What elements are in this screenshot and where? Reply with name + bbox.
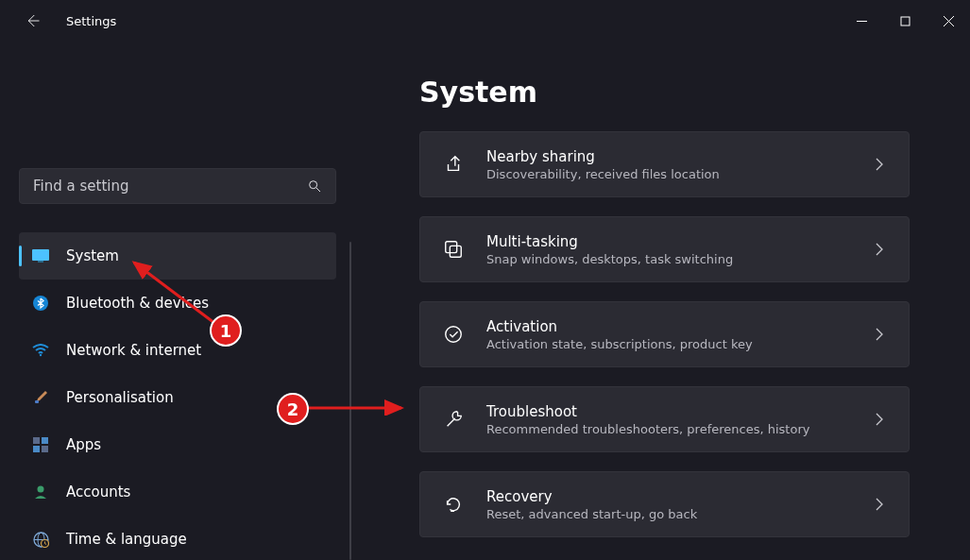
chevron-right-icon	[873, 158, 886, 171]
svg-line-6	[316, 188, 320, 192]
apps-icon	[32, 436, 49, 453]
svg-rect-8	[38, 261, 43, 263]
card-title: Recovery	[486, 488, 850, 505]
svg-point-10	[40, 354, 42, 356]
chevron-right-icon	[873, 328, 886, 341]
page-title: System	[419, 76, 910, 109]
chevron-right-icon	[873, 243, 886, 256]
card-title: Multi-tasking	[486, 233, 850, 250]
monitor-icon	[32, 247, 49, 264]
sidebar-item-apps[interactable]: Apps	[19, 421, 336, 468]
sidebar-label: Apps	[66, 436, 101, 453]
close-button[interactable]	[927, 0, 970, 42]
card-subtitle: Snap windows, desktops, task switching	[486, 252, 850, 266]
sidebar-item-time-language[interactable]: Time & language	[19, 516, 336, 560]
wrench-icon	[443, 409, 464, 430]
svg-rect-22	[450, 246, 461, 257]
card-title: Activation	[486, 318, 850, 335]
card-subtitle: Reset, advanced start-up, go back	[486, 507, 850, 521]
app-title: Settings	[66, 14, 116, 28]
svg-rect-12	[33, 437, 40, 444]
person-icon	[32, 484, 49, 501]
brush-icon	[32, 389, 49, 406]
share-icon	[443, 154, 464, 175]
card-title: Troubleshoot	[486, 403, 850, 420]
chevron-right-icon	[873, 498, 886, 511]
sidebar-item-accounts[interactable]: Accounts	[19, 468, 336, 516]
annotation-badge-2: 2	[277, 393, 309, 425]
recovery-icon	[443, 494, 464, 515]
card-subtitle: Discoverability, received files location	[486, 167, 850, 181]
svg-rect-7	[32, 249, 49, 261]
card-subtitle: Recommended troubleshooters, preferences…	[486, 422, 850, 436]
svg-rect-13	[42, 437, 48, 444]
main-content: System Nearby sharing Discoverability, r…	[383, 43, 940, 537]
sidebar-label: Time & language	[66, 531, 187, 548]
header: Settings	[0, 0, 970, 42]
card-troubleshoot[interactable]: Troubleshoot Recommended troubleshooters…	[419, 386, 910, 452]
window-controls	[840, 0, 970, 42]
annotation-badge-1: 1	[210, 314, 242, 347]
svg-point-5	[310, 181, 317, 189]
maximize-button[interactable]	[883, 0, 927, 42]
card-subtitle: Activation state, subscriptions, product…	[486, 337, 850, 351]
chevron-right-icon	[873, 413, 886, 426]
card-multitasking[interactable]: Multi-tasking Snap windows, desktops, ta…	[419, 216, 910, 282]
globe-clock-icon	[32, 531, 49, 548]
sidebar-label: Network & internet	[66, 342, 201, 359]
svg-rect-14	[33, 446, 40, 452]
card-title: Nearby sharing	[486, 148, 850, 165]
bluetooth-icon	[32, 295, 49, 312]
back-button[interactable]	[21, 9, 43, 32]
svg-rect-1	[901, 17, 910, 25]
search-input[interactable]	[19, 168, 336, 204]
svg-rect-15	[42, 446, 48, 452]
check-circle-icon	[443, 324, 464, 345]
svg-point-16	[38, 486, 44, 493]
windows-icon	[443, 239, 464, 260]
card-nearby-sharing[interactable]: Nearby sharing Discoverability, received…	[419, 131, 910, 197]
annotation-arrow-2	[302, 397, 411, 416]
sidebar-label: System	[66, 247, 119, 264]
sidebar-label: Accounts	[66, 484, 130, 501]
search-field[interactable]	[33, 178, 307, 195]
card-recovery[interactable]: Recovery Reset, advanced start-up, go ba…	[419, 471, 910, 537]
settings-cards: Nearby sharing Discoverability, received…	[419, 131, 910, 537]
svg-rect-21	[446, 242, 457, 253]
svg-rect-11	[35, 400, 39, 403]
minimize-button[interactable]	[840, 0, 883, 42]
sidebar-label: Personalisation	[66, 389, 174, 406]
svg-point-23	[446, 327, 462, 343]
wifi-icon	[32, 342, 49, 359]
svg-line-24	[134, 263, 222, 329]
search-icon	[307, 178, 322, 194]
card-activation[interactable]: Activation Activation state, subscriptio…	[419, 301, 910, 367]
